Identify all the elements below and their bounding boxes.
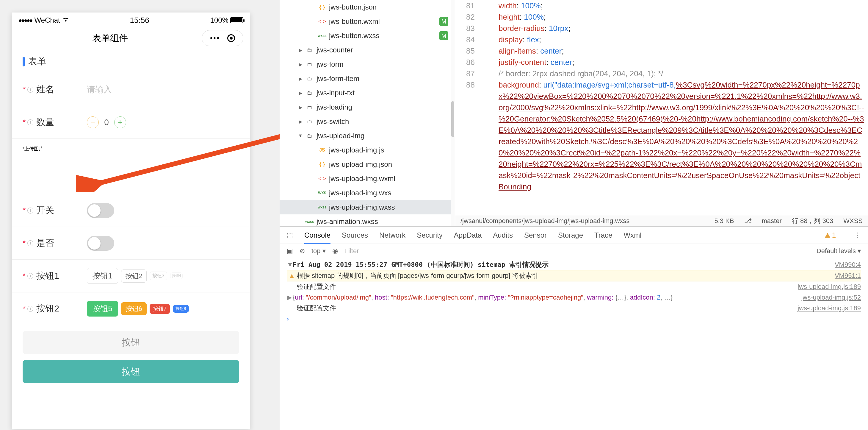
tree-item[interactable]: ▶🗀jws-form (280, 57, 455, 71)
tree-item[interactable]: < >jws-button.wxmlM (280, 14, 455, 29)
devtools-tab-network[interactable]: Network (379, 231, 405, 239)
warning-badge[interactable]: 1 (825, 231, 836, 239)
expand-icon[interactable]: ▼ (287, 259, 293, 270)
status-cursor: 行 88，列 303 (792, 217, 833, 225)
console-prompt-icon[interactable]: › (287, 314, 289, 324)
battery-icon (230, 17, 243, 23)
devtools-tab-audits[interactable]: Audits (493, 231, 513, 239)
tree-item[interactable]: JSjws-upload-img.js (280, 143, 455, 157)
folder-icon: 🗀 (303, 47, 316, 53)
devtools-tab-appdata[interactable]: AppData (454, 231, 482, 239)
more-icon: ••• (210, 34, 220, 42)
demo-button[interactable]: 按钮8 (173, 305, 189, 313)
expand-icon[interactable]: ▶ (287, 292, 293, 303)
tree-item[interactable]: ▶🗀jws-switch (280, 114, 455, 128)
section-title-text: 表单 (28, 55, 46, 67)
demo-button[interactable]: 按钮7 (150, 304, 170, 314)
devtools-tab-sensor[interactable]: Sensor (524, 231, 547, 239)
devtools-tab-trace[interactable]: Trace (594, 231, 612, 239)
clock: 15:56 (69, 16, 210, 25)
info-icon (27, 207, 33, 213)
console-output[interactable]: ▼ Fri Aug 02 2019 15:55:27 GMT+0800 (中国标… (280, 258, 868, 324)
chevron-icon: ▶ (298, 62, 303, 67)
console-source-link[interactable]: VM990:4 (835, 259, 861, 270)
plus-button[interactable]: + (114, 116, 126, 128)
clear-console-icon[interactable]: ⊘ (300, 247, 305, 255)
line-gutter: 8182838485868788 (455, 0, 479, 226)
status-path: /jwsanui/components/jws-upload-img/jws-u… (461, 217, 630, 225)
devtools-tab-console[interactable]: Console (304, 231, 331, 239)
levels-selector[interactable]: Default levels ▾ (816, 247, 861, 255)
tree-item[interactable]: WXSjws-upload-img.wxs (280, 186, 455, 200)
eye-icon[interactable]: ◉ (332, 247, 338, 255)
filter-input[interactable]: Filter (344, 247, 469, 255)
tree-item-label: jws-loading (316, 103, 455, 111)
tree-item-label: jws-form-item (316, 75, 455, 83)
console-object[interactable]: {url: "/common/upload/img", host: "https… (293, 292, 673, 303)
tree-item[interactable]: wxssjws-button.wxssM (280, 29, 455, 43)
tree-item-label: jws-input-txt (316, 89, 455, 97)
capsule-menu[interactable]: ••• (202, 30, 243, 46)
console-source-link[interactable]: jws-upload-img.js:189 (798, 303, 861, 314)
folder-icon: 🗀 (303, 104, 316, 111)
tree-item[interactable]: ▶🗀jws-counter (280, 43, 455, 57)
tree-item[interactable]: wxssjws-animation.wxss (280, 214, 455, 226)
console-source-link[interactable]: jws-upload-img.js:189 (798, 281, 861, 292)
code-editor[interactable]: 8182838485868788 width: 100%;height: 100… (455, 0, 868, 226)
devtools-tab-wxml[interactable]: Wxml (624, 231, 642, 239)
warning-icon: ▲ (287, 270, 297, 281)
name-input[interactable]: 请输入 (87, 84, 112, 95)
form-row-btn2: * 按钮2 按钮5 按钮6 按钮7 按钮8 (12, 292, 250, 325)
info-icon (27, 306, 33, 312)
tree-item[interactable]: ▶🗀jws-loading (280, 100, 455, 114)
required-mark: * (23, 85, 26, 94)
console-source-link[interactable]: jws-upload-img.js:52 (801, 292, 861, 303)
devtools-tabs: ⬚ ConsoleSourcesNetworkSecurityAppDataAu… (280, 227, 868, 244)
minus-button[interactable]: − (87, 116, 99, 128)
footer-button-gray[interactable]: 按钮 (23, 331, 239, 354)
devtools-tab-sources[interactable]: Sources (342, 231, 368, 239)
tree-item-label: jws-upload-img.wxss (329, 203, 455, 211)
sidebar-toggle-icon[interactable]: ▣ (287, 247, 293, 255)
kebab-icon[interactable]: ⋮ (854, 231, 861, 239)
devtools-tab-storage[interactable]: Storage (558, 231, 583, 239)
footer-button-teal[interactable]: 按钮 (23, 360, 239, 383)
carrier-label: WeChat (34, 16, 60, 24)
field-label: 开关 (36, 204, 87, 217)
inspect-icon[interactable]: ⬚ (287, 231, 293, 239)
tree-item-label: jws-animation.wxss (316, 218, 455, 226)
tree-item[interactable]: < >jws-upload-img.wxml (280, 172, 455, 186)
form-row-switch2: * 是否 (12, 227, 250, 259)
demo-button[interactable]: 按钮3 (150, 271, 167, 280)
tree-item[interactable]: wxssjws-upload-img.wxss (280, 200, 455, 214)
required-mark: * (23, 238, 26, 248)
demo-button[interactable]: 按钮2 (121, 269, 147, 283)
switch-toggle[interactable] (87, 236, 114, 251)
status-lang: WXSS (843, 217, 863, 225)
status-branch: master (762, 217, 782, 225)
context-selector[interactable]: top ▾ (311, 247, 326, 255)
form-row-btn1: * 按钮1 按钮1 按钮2 按钮3 按钮4 (12, 259, 250, 292)
tree-item[interactable]: { }jws-button.json (280, 0, 455, 14)
demo-button[interactable]: 按钮6 (121, 302, 147, 315)
tree-item[interactable]: { }jws-upload-img.json (280, 157, 455, 172)
tree-item[interactable]: ▶🗀jws-input-txt (280, 86, 455, 100)
switch-toggle[interactable] (87, 203, 114, 218)
tree-item-label: jws-upload-img.json (329, 160, 455, 169)
wifi-icon (62, 17, 69, 24)
demo-button[interactable]: 按钮5 (87, 301, 118, 317)
tree-item[interactable]: ▼🗀jws-upload-img (280, 128, 455, 143)
tree-item[interactable]: ▶🗀jws-form-item (280, 71, 455, 86)
required-mark: * (23, 206, 26, 215)
close-ring-icon (227, 34, 235, 42)
folder-icon: 🗀 (303, 118, 316, 125)
section-header: 表单 (12, 48, 250, 73)
demo-button[interactable]: 按钮1 (87, 268, 118, 284)
tree-scrollbar[interactable] (451, 0, 455, 226)
chevron-icon: ▶ (298, 76, 303, 82)
demo-button[interactable]: 按钮4 (170, 273, 183, 279)
console-source-link[interactable]: VM951:1 (835, 270, 861, 281)
devtools-tab-security[interactable]: Security (417, 231, 443, 239)
code-body[interactable]: width: 100%;height: 100%;border-radius: … (479, 0, 868, 192)
tree-item-label: jws-switch (316, 117, 455, 126)
